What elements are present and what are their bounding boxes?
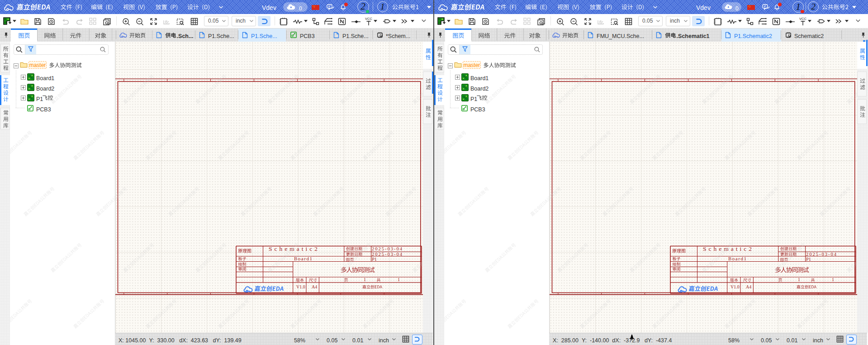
svg-text:VCC: VCC — [799, 17, 806, 21]
svg-text:VCC: VCC — [365, 17, 372, 21]
